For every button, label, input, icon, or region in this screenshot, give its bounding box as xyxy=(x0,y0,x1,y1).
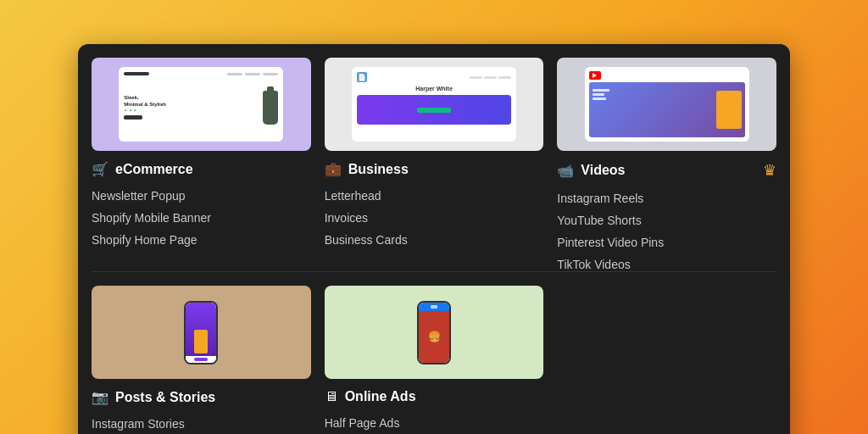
online-ads-header: 🖥 Online Ads xyxy=(325,389,544,404)
ecommerce-link-0[interactable]: Newsletter Popup xyxy=(92,189,311,203)
business-links: Letterhead Invoices Business Cards xyxy=(325,189,544,247)
business-title: Business xyxy=(348,162,409,177)
monitor-icon: 🖥 xyxy=(325,389,338,404)
online-ads-title: Online Ads xyxy=(345,389,416,404)
online-ads-column: 🍔 🖥 Online Ads Half Page Ads Instagram A… xyxy=(325,286,544,434)
crown-icon: ♛ xyxy=(763,161,776,180)
ecommerce-link-2[interactable]: Shopify Home Page xyxy=(92,233,311,247)
videos-title: Videos xyxy=(581,163,625,178)
posts-thumbnail xyxy=(92,286,311,379)
ecommerce-thumbnail: Sleek,Minimal & Stylish ✦ ✦ ✦ xyxy=(92,58,311,151)
ecommerce-column: Sleek,Minimal & Stylish ✦ ✦ ✦ 🛒 eCommerc… xyxy=(92,58,311,271)
videos-link-0[interactable]: Instagram Reels xyxy=(557,192,776,205)
posts-title: Posts & Stories xyxy=(115,390,215,405)
top-row: Sleek,Minimal & Stylish ✦ ✦ ✦ 🛒 eCommerc… xyxy=(78,44,790,271)
videos-link-2[interactable]: Pinterest Video Pins xyxy=(557,236,776,249)
cart-icon: 🛒 xyxy=(92,161,108,177)
ecommerce-header: 🛒 eCommerce xyxy=(92,161,311,177)
videos-links: Instagram Reels YouTube Shorts Pinterest… xyxy=(557,192,776,271)
posts-header: 📷 Posts & Stories xyxy=(92,389,311,405)
empty-col-1 xyxy=(557,286,776,434)
videos-link-3[interactable]: TikTok Videos xyxy=(557,258,776,271)
posts-link-0[interactable]: Instagram Stories xyxy=(92,417,311,431)
ecommerce-links: Newsletter Popup Shopify Mobile Banner S… xyxy=(92,189,311,247)
videos-link-1[interactable]: YouTube Shorts xyxy=(557,214,776,227)
posts-links: Instagram Stories Facebook Posts Linkedi… xyxy=(92,417,311,434)
bottom-row: 📷 Posts & Stories Instagram Stories Face… xyxy=(78,272,790,434)
online-ads-thumbnail: 🍔 xyxy=(325,286,544,379)
online-ads-links: Half Page Ads Instagram Ads Facebook Fee… xyxy=(325,416,544,434)
dropdown-panel: Sleek,Minimal & Stylish ✦ ✦ ✦ 🛒 eCommerc… xyxy=(78,44,790,434)
videos-thumbnail xyxy=(557,58,776,151)
ecommerce-title: eCommerce xyxy=(115,162,193,177)
business-column: 📄 Harper White 💼 Business xyxy=(325,58,544,271)
videos-header: 📹 Videos ♛ xyxy=(557,161,776,180)
business-link-1[interactable]: Invoices xyxy=(325,211,544,225)
business-header: 💼 Business xyxy=(325,161,544,177)
instagram-icon: 📷 xyxy=(92,389,108,405)
briefcase-icon: 💼 xyxy=(325,161,342,177)
business-thumbnail: 📄 Harper White xyxy=(325,58,544,151)
business-link-0[interactable]: Letterhead xyxy=(325,189,544,203)
video-icon: 📹 xyxy=(557,163,574,179)
videos-column: 📹 Videos ♛ Instagram Reels YouTube Short… xyxy=(557,58,776,271)
posts-column: 📷 Posts & Stories Instagram Stories Face… xyxy=(92,286,311,434)
business-link-2[interactable]: Business Cards xyxy=(325,233,544,247)
online-ads-link-0[interactable]: Half Page Ads xyxy=(325,416,544,430)
ecommerce-link-1[interactable]: Shopify Mobile Banner xyxy=(92,211,311,225)
